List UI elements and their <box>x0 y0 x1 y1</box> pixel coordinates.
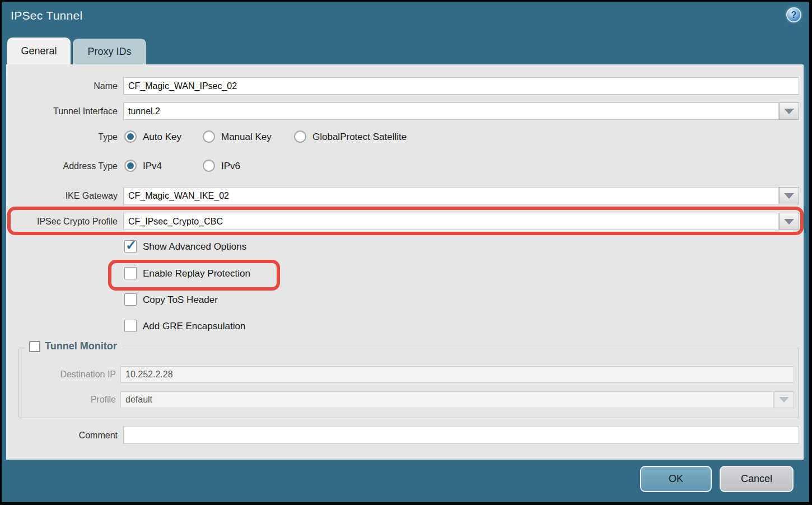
tunnel-monitor-checkbox[interactable] <box>29 341 40 352</box>
tunnel-interface-dropdown-button[interactable] <box>779 102 799 120</box>
copy-tos-header-label: Copy ToS Header <box>143 293 218 307</box>
chevron-down-icon <box>784 109 794 114</box>
cancel-button[interactable]: Cancel <box>720 466 794 492</box>
dialog-title: IPSec Tunnel <box>11 9 83 22</box>
profile-dropdown-button <box>774 391 794 408</box>
tab-proxy-ids-label: Proxy IDs <box>87 46 131 58</box>
general-tab-panel: Name Tunnel Interface Type Auto Key Manu… <box>6 64 804 460</box>
ok-button-label: OK <box>669 473 683 485</box>
profile-label: Profile <box>19 391 116 408</box>
address-type-ipv6-label: IPv6 <box>221 160 240 173</box>
profile-input <box>120 391 774 408</box>
comment-label: Comment <box>6 427 118 444</box>
tunnel-monitor-group: Tunnel Monitor Destination IP Profile <box>18 348 799 418</box>
tunnel-interface-input[interactable] <box>123 102 779 120</box>
chevron-down-icon <box>784 193 794 199</box>
copy-tos-header-checkbox[interactable] <box>124 293 137 306</box>
cancel-button-label: Cancel <box>741 473 772 485</box>
ike-gateway-dropdown-button[interactable] <box>779 187 799 204</box>
type-manual-key-label: Manual Key <box>221 130 272 144</box>
ipsec-crypto-profile-input[interactable] <box>123 213 779 230</box>
enable-replay-protection-label: Enable Replay Protection <box>143 267 250 280</box>
type-label: Type <box>6 130 118 144</box>
address-type-radio-ipv4[interactable] <box>124 160 137 172</box>
tunnel-interface-label: Tunnel Interface <box>6 102 118 120</box>
type-globalprotect-satellite-label: GlobalProtect Satellite <box>312 130 407 144</box>
destination-ip-label: Destination IP <box>19 366 116 383</box>
ok-button[interactable]: OK <box>640 466 712 492</box>
name-input[interactable] <box>123 77 799 95</box>
tab-general[interactable]: General <box>7 38 71 64</box>
tab-general-label: General <box>21 45 57 57</box>
comment-input[interactable] <box>123 427 799 444</box>
ike-gateway-input[interactable] <box>123 187 779 204</box>
add-gre-encapsulation-checkbox[interactable] <box>124 320 137 332</box>
type-radio-auto-key[interactable] <box>124 130 137 143</box>
ipsec-crypto-profile-dropdown-button[interactable] <box>779 213 799 230</box>
address-type-label: Address Type <box>6 159 118 174</box>
show-advanced-options-checkbox[interactable]: ✓ <box>124 240 137 252</box>
destination-ip-input <box>120 366 794 383</box>
type-radio-manual-key[interactable] <box>203 130 215 143</box>
add-gre-encapsulation-label: Add GRE Encapsulation <box>143 320 245 333</box>
type-radio-globalprotect-satellite[interactable] <box>294 130 306 143</box>
name-label: Name <box>6 77 118 95</box>
tunnel-monitor-label: Tunnel Monitor <box>45 340 117 352</box>
radio-dot-icon <box>127 133 134 140</box>
show-advanced-options-label: Show Advanced Options <box>143 240 246 254</box>
address-type-ipv4-label: IPv4 <box>143 160 162 173</box>
radio-dot-icon <box>127 162 134 169</box>
type-auto-key-label: Auto Key <box>143 130 181 144</box>
enable-replay-protection-checkbox[interactable] <box>124 267 137 279</box>
tunnel-monitor-legend: Tunnel Monitor <box>25 340 122 352</box>
checkmark-icon: ✓ <box>125 237 137 253</box>
tab-proxy-ids[interactable]: Proxy IDs <box>73 39 146 64</box>
ipsec-crypto-profile-label: IPSec Crypto Profile <box>6 213 118 230</box>
chevron-down-icon <box>784 219 794 225</box>
address-type-radio-ipv6[interactable] <box>203 160 215 172</box>
ipsec-tunnel-dialog: IPSec Tunnel ? General Proxy IDs Name Tu… <box>2 2 809 502</box>
chevron-down-icon <box>779 397 789 403</box>
help-icon[interactable]: ? <box>786 7 801 22</box>
ike-gateway-label: IKE Gateway <box>6 187 118 204</box>
